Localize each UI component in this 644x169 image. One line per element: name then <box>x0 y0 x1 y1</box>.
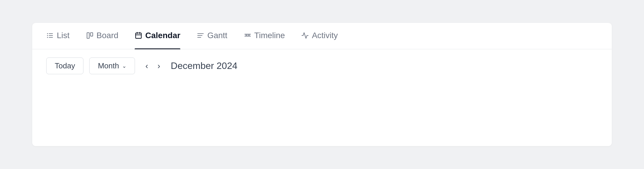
tab-list-label: List <box>57 31 70 40</box>
today-button[interactable]: Today <box>46 58 83 74</box>
nav-arrows: ‹ › <box>143 60 163 72</box>
month-dropdown-button[interactable]: Month ⌄ <box>89 58 135 74</box>
svg-point-3 <box>47 33 48 34</box>
tab-board-label: Board <box>97 31 119 40</box>
activity-icon <box>301 32 309 39</box>
tab-activity[interactable]: Activity <box>301 23 338 49</box>
tab-gantt-label: Gantt <box>207 31 227 40</box>
tab-activity-label: Activity <box>312 31 338 40</box>
tab-calendar[interactable]: Calendar <box>135 23 180 49</box>
svg-rect-7 <box>90 33 93 36</box>
board-icon <box>86 32 94 39</box>
next-button[interactable]: › <box>155 60 162 72</box>
tab-calendar-label: Calendar <box>145 31 180 40</box>
tab-timeline[interactable]: Timeline <box>244 23 285 49</box>
prev-button[interactable]: ‹ <box>143 60 150 72</box>
tab-bar: List Board Calendar <box>32 23 612 49</box>
calendar-icon <box>135 32 142 39</box>
month-label: Month <box>98 61 119 70</box>
chevron-down-icon: ⌄ <box>122 63 126 69</box>
svg-point-5 <box>47 37 48 38</box>
toolbar: Today Month ⌄ ‹ › December 2024 <box>32 49 612 82</box>
main-card: List Board Calendar <box>32 23 612 146</box>
svg-rect-8 <box>136 33 142 38</box>
svg-point-4 <box>47 35 48 36</box>
tab-board[interactable]: Board <box>86 23 119 49</box>
gantt-icon <box>197 32 204 39</box>
timeline-icon <box>244 32 251 39</box>
tab-list[interactable]: List <box>46 23 70 49</box>
current-period: December 2024 <box>171 60 237 71</box>
svg-rect-6 <box>87 33 89 38</box>
list-icon <box>46 32 54 39</box>
tab-timeline-label: Timeline <box>254 31 285 40</box>
tab-gantt[interactable]: Gantt <box>197 23 227 49</box>
